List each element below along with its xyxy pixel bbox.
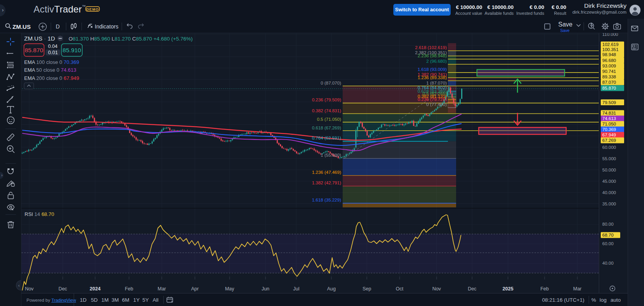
svg-text:40.00: 40.00 — [602, 261, 614, 265]
svg-text:102.619: 102.619 — [602, 42, 619, 47]
svg-text:EMA 200 close 0 67.949: EMA 200 close 0 67.949 — [24, 75, 79, 81]
svg-text:Apr: Apr — [191, 286, 198, 292]
svg-text:50.000: 50.000 — [602, 168, 616, 172]
svg-text:1.236 (89.338): 1.236 (89.338) — [418, 75, 447, 80]
svg-text:68.70: 68.70 — [602, 233, 614, 237]
svg-text:0.01: 0.01 — [48, 50, 58, 55]
svg-text:EMA 50 close 0 74.613: EMA 50 close 0 74.613 — [24, 67, 76, 73]
svg-text:ZM.US · 1D: ZM.US · 1D — [24, 35, 55, 42]
svg-text:90.741: 90.741 — [602, 69, 616, 74]
svg-text:74.613: 74.613 — [602, 116, 616, 121]
svg-text:0.382 (74.831): 0.382 (74.831) — [312, 108, 341, 113]
svg-text:Aug: Aug — [327, 286, 336, 292]
svg-text:100.351: 100.351 — [602, 47, 619, 52]
svg-text:1 (55.030): 1 (55.030) — [321, 153, 341, 157]
svg-text:2024: 2024 — [90, 286, 101, 292]
svg-text:Nov: Nov — [25, 286, 34, 292]
svg-text:85.870: 85.870 — [25, 47, 43, 53]
svg-text:45.000: 45.000 — [602, 179, 616, 184]
svg-text:Mar: Mar — [157, 286, 166, 292]
svg-text:85.910: 85.910 — [63, 47, 81, 53]
svg-text:74.831: 74.831 — [602, 111, 616, 115]
svg-text:1.382 (42.791): 1.382 (42.791) — [312, 180, 341, 185]
svg-text:0 (87.070): 0 (87.070) — [321, 81, 341, 85]
svg-text:55.000: 55.000 — [602, 156, 616, 161]
svg-text:87.070: 87.070 — [602, 80, 616, 85]
svg-text:Sep: Sep — [363, 286, 371, 292]
svg-text:96.680: 96.680 — [602, 58, 616, 63]
svg-text:67.949: 67.949 — [602, 133, 616, 137]
svg-text:1.618 (35.229): 1.618 (35.229) — [312, 198, 341, 202]
svg-text:2 (96.680): 2 (96.680) — [426, 59, 447, 64]
svg-text:60.000: 60.000 — [602, 145, 616, 150]
svg-text:70.369: 70.369 — [602, 127, 616, 132]
svg-text:2.236 (98.948): 2.236 (98.948) — [418, 53, 447, 58]
svg-text:0.764 (62.591): 0.764 (62.591) — [312, 136, 341, 140]
svg-text:0.04: 0.04 — [48, 44, 57, 49]
svg-text:Feb: Feb — [125, 286, 133, 292]
svg-text:0.618 (67.269): 0.618 (67.269) — [312, 126, 341, 130]
svg-text:79.509: 79.509 — [602, 100, 616, 105]
svg-text:0.236 (79.509): 0.236 (79.509) — [312, 97, 341, 102]
svg-text:71.050: 71.050 — [602, 122, 616, 126]
svg-text:1.236 (47.469): 1.236 (47.469) — [312, 170, 341, 175]
svg-text:Oct: Oct — [396, 286, 403, 292]
svg-text:93.009: 93.009 — [602, 64, 616, 68]
svg-text:110.000: 110.000 — [602, 33, 618, 37]
svg-text:Jun: Jun — [262, 286, 269, 292]
svg-text:67.269: 67.269 — [602, 138, 616, 143]
svg-text:0.236 (79.728): 0.236 (79.728) — [418, 97, 447, 102]
svg-text:Jul: Jul — [293, 286, 299, 292]
svg-text:Dec: Dec — [468, 286, 476, 292]
svg-text:RSI 14 68.70: RSI 14 68.70 — [25, 211, 54, 217]
svg-text:Nov: Nov — [432, 286, 441, 292]
svg-text:0 (77.460): 0 (77.460) — [426, 102, 447, 107]
svg-text:Dec: Dec — [58, 286, 67, 292]
svg-text:98.948: 98.948 — [602, 52, 616, 57]
svg-text:80.00: 80.00 — [602, 222, 614, 226]
svg-text:O81.370 H85.960 L81.270 C85.87: O81.370 H85.960 L81.270 C85.870 +4.680 (… — [69, 36, 193, 42]
svg-text:1 (87.070): 1 (87.070) — [426, 81, 447, 85]
svg-text:85.870: 85.870 — [602, 86, 616, 90]
svg-text:35.000: 35.000 — [602, 202, 616, 206]
svg-text:0.5 (71.050): 0.5 (71.050) — [317, 117, 341, 122]
svg-text:EMA 100 close 0 70.369: EMA 100 close 0 70.369 — [24, 59, 79, 65]
svg-text:May: May — [225, 286, 234, 292]
svg-text:2.618 (102.619): 2.618 (102.619) — [415, 45, 447, 50]
svg-text:Feb: Feb — [540, 286, 549, 292]
svg-text:2025: 2025 — [502, 286, 513, 292]
svg-text:1.618 (93.009): 1.618 (93.009) — [418, 67, 447, 72]
svg-text:89.338: 89.338 — [602, 74, 616, 79]
svg-text:Mar: Mar — [573, 286, 582, 292]
svg-text:40.000: 40.000 — [602, 190, 616, 195]
svg-text:60.00: 60.00 — [602, 241, 614, 246]
